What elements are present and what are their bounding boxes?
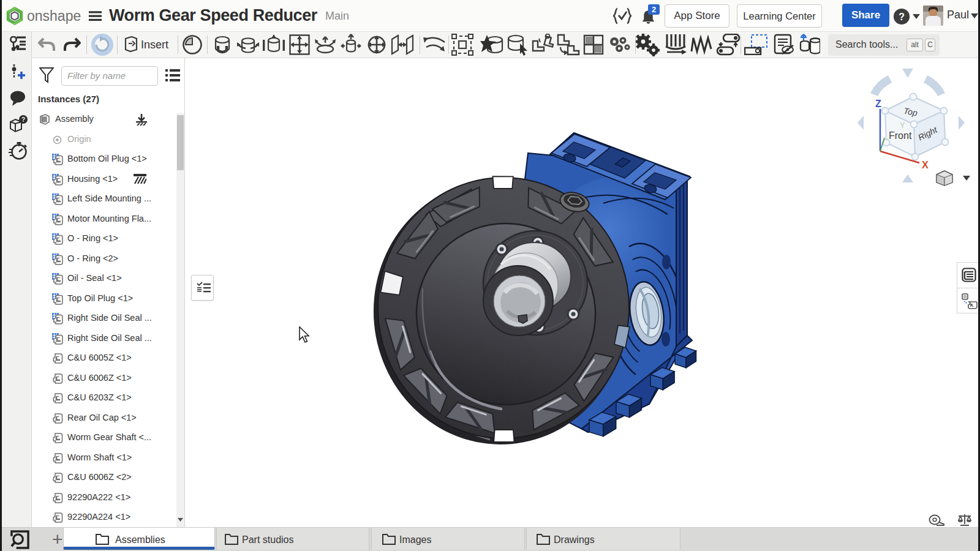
svg-text:?: ?	[899, 12, 905, 22]
svg-text:Y: Y	[900, 121, 905, 130]
svg-text:?: ?	[21, 116, 25, 123]
svg-text:X: X	[922, 160, 929, 170]
svg-text:Z: Z	[875, 99, 881, 109]
svg-text:Front: Front	[889, 130, 912, 141]
